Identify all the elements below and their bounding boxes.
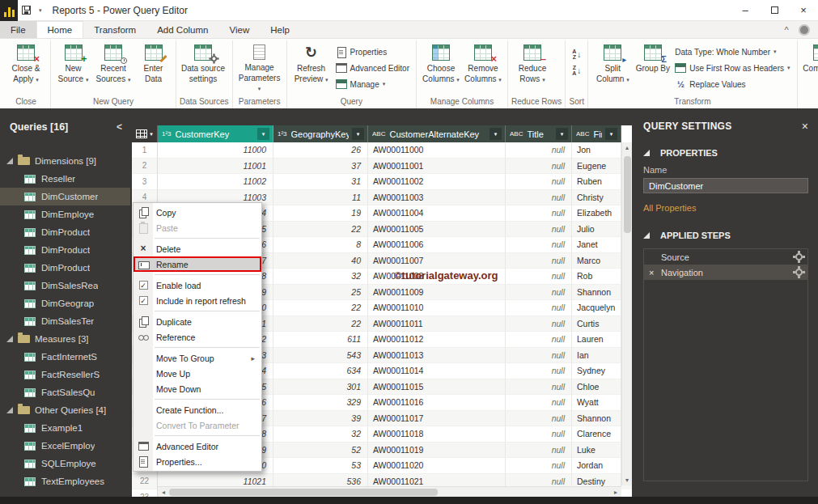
- filter-button[interactable]: ▾: [490, 128, 502, 140]
- close-window-button[interactable]: ×: [789, 0, 818, 21]
- cell[interactable]: Christy: [572, 190, 621, 206]
- cell[interactable]: Jacquelyn: [572, 300, 621, 316]
- advanced-editor-button[interactable]: Advanced Editor: [333, 61, 413, 75]
- combine-button[interactable]: Combine ▾: [801, 40, 818, 74]
- save-button[interactable]: [18, 0, 35, 21]
- scroll-down-icon[interactable]: ▾: [625, 475, 629, 485]
- sidebar-item-dimproduct[interactable]: DimProduct: [0, 241, 130, 259]
- sidebar-item-sqlemploye[interactable]: SQLEmploye: [0, 455, 130, 472]
- sidebar-item-dimproduct[interactable]: DimProduct: [0, 223, 130, 241]
- titlebar-menu-button[interactable]: ▾: [35, 0, 46, 21]
- filter-button[interactable]: ▾: [605, 128, 617, 140]
- cell[interactable]: AW00011010: [368, 300, 506, 316]
- cell[interactable]: null: [506, 142, 572, 159]
- cell[interactable]: 31: [273, 174, 368, 190]
- cell[interactable]: null: [506, 300, 572, 316]
- cell[interactable]: null: [506, 222, 572, 238]
- applied-steps-section-header[interactable]: APPLIED STEPS: [643, 231, 808, 240]
- cell[interactable]: null: [506, 205, 572, 222]
- sidebar-item-factresellers[interactable]: FactResellerS: [0, 366, 130, 383]
- gear-icon[interactable]: [795, 269, 803, 276]
- cell[interactable]: null: [506, 379, 572, 396]
- column-header-customerkey[interactable]: 1²3CustomerKey▾: [158, 125, 273, 142]
- cell[interactable]: Ruben: [572, 174, 621, 190]
- minimize-button[interactable]: –: [731, 0, 760, 21]
- expander-icon[interactable]: [6, 158, 13, 164]
- recent-sources-button[interactable]: Recent Sources ▾: [92, 40, 134, 84]
- replace-values-button[interactable]: ½Replace Values: [672, 77, 793, 91]
- sidebar-item-dimproduct[interactable]: DimProduct: [0, 259, 130, 277]
- cell[interactable]: AW00011004: [368, 205, 506, 222]
- data-type-button[interactable]: Data Type: Whole Number ▾: [672, 44, 793, 59]
- cell[interactable]: null: [506, 190, 572, 206]
- cell[interactable]: null: [506, 458, 572, 474]
- applied-step-source[interactable]: Source: [644, 249, 807, 265]
- cell[interactable]: 32: [273, 269, 368, 285]
- cell[interactable]: null: [506, 253, 572, 269]
- group-by-button[interactable]: Σ Group By: [634, 40, 672, 74]
- cell[interactable]: Shannon: [572, 285, 621, 301]
- tab-help[interactable]: Help: [260, 21, 300, 38]
- cell[interactable]: Elizabeth: [572, 205, 621, 222]
- sidebar-group-dimensions-9[interactable]: Dimensions [9]: [0, 152, 130, 170]
- manage-parameters-button[interactable]: Manage Parameters ▾: [236, 40, 283, 94]
- menu-item-enable-load[interactable]: ✓Enable load: [134, 277, 261, 293]
- remove-columns-button[interactable]: × Remove Columns ▾: [462, 40, 504, 84]
- name-input[interactable]: [643, 178, 808, 193]
- cell[interactable]: Clarence: [572, 426, 621, 443]
- split-column-button[interactable]: ▸ Split Column ▾: [591, 40, 634, 84]
- cell[interactable]: 52: [273, 443, 368, 459]
- horizontal-scrollbar[interactable]: ◂ ▸: [158, 486, 621, 497]
- cell[interactable]: Julio: [572, 222, 621, 238]
- cell[interactable]: Sydney: [572, 363, 621, 379]
- cell[interactable]: null: [506, 285, 572, 301]
- cell[interactable]: Eugene: [572, 159, 621, 175]
- applied-step-navigation[interactable]: ×Navigation: [644, 265, 807, 280]
- refresh-preview-button[interactable]: ↻ Refresh Preview ▾: [290, 40, 333, 84]
- horizontal-scroll-thumb[interactable]: [169, 489, 438, 496]
- sidebar-item-dimemploye[interactable]: DimEmploye: [0, 205, 130, 223]
- cell[interactable]: 40: [273, 253, 368, 269]
- table-menu-button[interactable]: ▾: [132, 125, 158, 142]
- all-properties-link[interactable]: All Properties: [643, 203, 696, 213]
- cell[interactable]: 634: [273, 363, 368, 379]
- cell[interactable]: null: [506, 363, 572, 379]
- menu-item-copy[interactable]: Copy: [134, 205, 261, 220]
- cell[interactable]: 22: [273, 222, 368, 238]
- sidebar-item-dimgeograp[interactable]: DimGeograp: [0, 294, 130, 312]
- cell[interactable]: AW00011001: [368, 159, 506, 175]
- cell[interactable]: AW00011018: [368, 426, 506, 443]
- cell[interactable]: AW00011020: [368, 458, 506, 474]
- tab-transform[interactable]: Transform: [83, 21, 146, 38]
- sidebar-item-excelemploy[interactable]: ExcelEmploy: [0, 437, 130, 455]
- sort-descending-button[interactable]: ZA↓: [569, 63, 584, 78]
- expander-icon[interactable]: [6, 407, 13, 413]
- menu-item-include-in-report-refresh[interactable]: ✓Include in report refresh: [134, 293, 261, 308]
- menu-item-move-down[interactable]: Move Down: [134, 381, 261, 396]
- cell[interactable]: AW00011003: [368, 190, 506, 206]
- cell[interactable]: 11: [273, 190, 368, 206]
- cell[interactable]: Lauren: [572, 332, 621, 348]
- data-source-settings-button[interactable]: Data source settings: [180, 40, 227, 84]
- cell[interactable]: null: [506, 395, 572, 411]
- cell[interactable]: Shannon: [572, 411, 621, 427]
- sidebar-item-dimcustomer[interactable]: DimCustomer: [0, 188, 130, 205]
- cell[interactable]: AW00011005: [368, 222, 506, 238]
- menu-item-create-function[interactable]: Create Function...: [134, 402, 261, 417]
- cell[interactable]: 37: [273, 159, 368, 175]
- cell[interactable]: Rob: [572, 269, 621, 285]
- tab-file[interactable]: File: [0, 21, 36, 38]
- properties-button[interactable]: Properties: [333, 44, 413, 59]
- cell[interactable]: AW00011019: [368, 443, 506, 459]
- column-header-geographykey[interactable]: 1²3GeographyKey▾: [273, 125, 368, 142]
- cell[interactable]: 22: [273, 300, 368, 316]
- cell[interactable]: AW00011015: [368, 379, 506, 396]
- cell[interactable]: 301: [273, 379, 368, 396]
- cell[interactable]: null: [506, 348, 572, 364]
- menu-item-rename[interactable]: Rename: [134, 256, 261, 272]
- cell[interactable]: Marco: [572, 253, 621, 269]
- sidebar-item-factsalesqu[interactable]: FactSalesQu: [0, 383, 130, 401]
- sidebar-item-dimsalesrea[interactable]: DimSalesRea: [0, 277, 130, 294]
- sidebar-group-measures-3[interactable]: Measures [3]: [0, 330, 130, 348]
- cell[interactable]: null: [506, 316, 572, 332]
